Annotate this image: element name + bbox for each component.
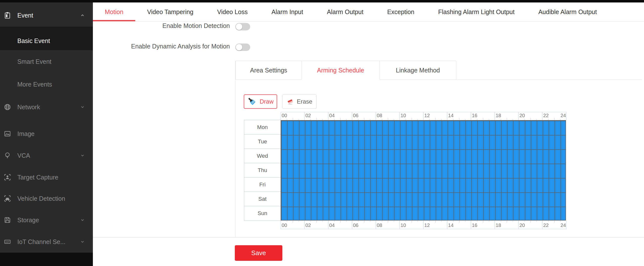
sidebar-item-network[interactable]: Network xyxy=(0,102,93,112)
tab-video-tampering[interactable]: Video Tampering xyxy=(135,2,205,21)
event-type-tabbar: MotionVideo TamperingVideo LossAlarm Inp… xyxy=(93,2,644,22)
ruler-major-line xyxy=(471,221,471,229)
ruler-tick xyxy=(483,221,483,223)
enable-dynamic-analysis-toggle[interactable] xyxy=(235,43,250,51)
schedule-row-sat[interactable] xyxy=(281,192,566,206)
sidebar-item-iot-channel-se[interactable]: IOTIoT Channel Se... xyxy=(0,237,93,247)
enable-motion-detection-toggle[interactable] xyxy=(235,23,250,30)
armed-period[interactable] xyxy=(281,120,566,134)
ruler-tick xyxy=(293,118,293,120)
hour-label-bottom: 24 xyxy=(560,223,566,228)
hour-label-bottom: 04 xyxy=(329,223,335,228)
sidebar-item-more-events[interactable]: More Events xyxy=(0,79,93,89)
sidebar-item-label: IoT Channel Se... xyxy=(17,238,66,246)
sidebar-item-image[interactable]: Image xyxy=(0,129,93,139)
sidebar: EventBasic EventSmart EventMore EventsNe… xyxy=(0,2,93,266)
ruler-tick xyxy=(346,221,346,222)
ruler-tick xyxy=(554,221,554,223)
ruler-major-line xyxy=(328,112,328,120)
ruler-tick xyxy=(293,221,293,223)
schedule-row-wed[interactable] xyxy=(281,149,566,163)
armed-period[interactable] xyxy=(281,206,566,221)
storage-icon xyxy=(4,216,12,224)
arming-schedule-grid[interactable] xyxy=(281,120,566,221)
sidebar-item-smart-event[interactable]: Smart Event xyxy=(0,57,93,66)
sidebar-item-storage[interactable]: Storage xyxy=(0,215,93,225)
ruler-tick xyxy=(364,118,364,120)
ruler-tick xyxy=(364,221,364,223)
ruler-major-line xyxy=(400,221,400,229)
subtab-area-settings[interactable]: Area Settings xyxy=(236,61,302,80)
ruler-major-line xyxy=(542,112,542,120)
erase-button[interactable]: Erase xyxy=(282,94,316,109)
armed-period[interactable] xyxy=(281,163,566,177)
hour-label-top: 04 xyxy=(329,113,335,118)
ruler-major-line xyxy=(352,112,352,120)
schedule-row-fri[interactable] xyxy=(281,177,566,192)
chevron-down-icon xyxy=(80,239,85,245)
ruler-tick xyxy=(370,221,370,222)
toggle-knob xyxy=(236,23,242,30)
tab-video-loss[interactable]: Video Loss xyxy=(205,2,260,21)
ruler-major-line xyxy=(447,221,447,229)
sidebar-item-vca[interactable]: VCA xyxy=(0,150,93,160)
ruler-major-line xyxy=(400,112,400,120)
target-capture-icon xyxy=(4,173,12,181)
ruler-tick xyxy=(489,221,489,222)
hour-label-top: 06 xyxy=(353,113,358,118)
armed-period[interactable] xyxy=(281,134,566,149)
ruler-tick xyxy=(459,221,460,223)
hour-label-bottom: 12 xyxy=(424,223,430,228)
hour-label-bottom: 10 xyxy=(400,223,406,228)
sidebar-item-label: Network xyxy=(17,104,40,111)
schedule-row-mon[interactable] xyxy=(281,120,566,134)
schedule-row-tue[interactable] xyxy=(281,134,566,149)
tab-motion[interactable]: Motion xyxy=(93,2,135,21)
ruler-major-line xyxy=(518,221,519,229)
brush-icon xyxy=(247,97,257,107)
ruler-tick xyxy=(507,118,507,120)
ruler-tick xyxy=(340,118,340,120)
sidebar-item-basic-event[interactable]: Basic Event xyxy=(0,36,93,46)
save-button[interactable]: Save xyxy=(235,245,282,261)
ruler-tick xyxy=(418,221,418,222)
sidebar-item-vehicle-detection[interactable]: Vehicle Detection xyxy=(0,194,93,203)
sidebar-item-label: Target Capture xyxy=(17,174,58,181)
tab-audible-alarm-output[interactable]: Audible Alarm Output xyxy=(526,2,608,21)
ruler-tick xyxy=(442,221,442,222)
chevron-up-icon xyxy=(80,13,85,18)
hour-label-bottom: 16 xyxy=(472,223,477,228)
hour-label-top: 00 xyxy=(282,113,287,118)
ruler-tick xyxy=(513,221,513,222)
armed-period[interactable] xyxy=(281,149,566,163)
schedule-row-sun[interactable] xyxy=(281,206,566,221)
day-label-mon: Mon xyxy=(244,120,281,134)
schedule-row-thu[interactable] xyxy=(281,163,566,177)
ruler-major-line xyxy=(495,221,495,229)
armed-period[interactable] xyxy=(281,177,566,192)
draw-button[interactable]: Draw xyxy=(244,94,277,109)
tab-alarm-output[interactable]: Alarm Output xyxy=(315,2,375,21)
ruler-tick xyxy=(477,221,477,222)
day-label-column: MonTueWedThuFriSatSun xyxy=(244,120,281,221)
tab-flashing-alarm-light-output[interactable]: Flashing Alarm Light Output xyxy=(426,2,526,21)
sidebar-item-label: More Events xyxy=(17,81,52,88)
sidebar-item-label: Vehicle Detection xyxy=(17,195,65,202)
ruler-tick xyxy=(412,118,412,120)
subtab-linkage-method[interactable]: Linkage Method xyxy=(380,61,456,80)
ruler-tick xyxy=(316,118,317,120)
armed-period[interactable] xyxy=(281,192,566,206)
ruler-tick xyxy=(524,221,525,222)
tab-alarm-input[interactable]: Alarm Input xyxy=(260,2,315,21)
sidebar-item-target-capture[interactable]: Target Capture xyxy=(0,172,93,182)
ruler-major-line xyxy=(304,112,305,120)
subtab-arming-schedule[interactable]: Arming Schedule xyxy=(302,61,380,80)
sidebar-item-label: VCA xyxy=(17,152,30,159)
ruler-tick xyxy=(412,221,412,223)
sidebar-item-event[interactable]: Event xyxy=(0,10,93,20)
page: EventBasic EventSmart EventMore EventsNe… xyxy=(0,0,644,266)
svg-text:IOT: IOT xyxy=(6,241,10,244)
day-label-fri: Fri xyxy=(244,177,281,192)
ruler-tick xyxy=(554,118,554,120)
tab-exception[interactable]: Exception xyxy=(375,2,426,21)
